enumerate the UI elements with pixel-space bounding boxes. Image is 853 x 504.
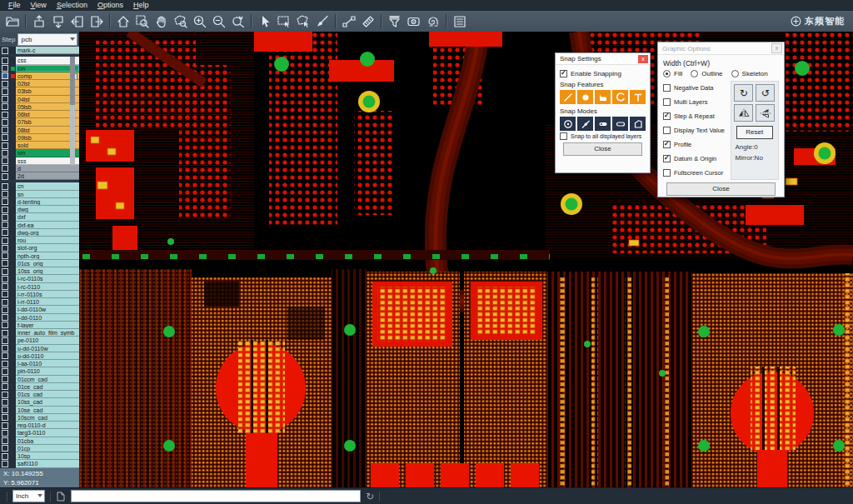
snap-pad-button[interactable] — [577, 90, 593, 104]
import-button[interactable] — [29, 12, 48, 30]
layer-row-10sp[interactable]: 10sp — [0, 452, 79, 460]
checkbox-fullscreen-cursor[interactable]: Fullscreen Cursor — [663, 166, 729, 180]
layer-row-01cs_orig[interactable]: 01cs_orig — [0, 260, 79, 267]
layer-visibility-checkbox[interactable] — [0, 283, 10, 291]
checkbox-profile[interactable]: Profile — [663, 137, 729, 152]
layer-visibility-checkbox[interactable] — [0, 191, 10, 198]
layer-visibility-checkbox[interactable] — [0, 298, 10, 306]
layer-row-01cs_cad[interactable]: 01cs_cad — [0, 391, 79, 398]
rotate-cw-button[interactable]: ↻ — [734, 84, 753, 102]
checkbox-multi-layers[interactable]: Multi Layers — [663, 95, 729, 109]
layer-visibility-checkbox[interactable] — [0, 244, 10, 252]
snap-arc-button[interactable] — [612, 90, 628, 104]
layer-row-saf0110[interactable]: saf0110 — [0, 460, 79, 467]
layer-visibility-checkbox[interactable] — [0, 345, 10, 352]
close-icon[interactable]: x — [771, 43, 782, 53]
layer-visibility-checkbox[interactable] — [0, 87, 10, 95]
layer-row-targ3-0110[interactable]: targ3-0110 — [0, 429, 79, 437]
layer-row-i-rr-0110s[interactable]: i-rr-0110s — [0, 291, 79, 298]
page-right-button[interactable] — [87, 12, 106, 30]
mirror-v-button[interactable] — [756, 104, 775, 122]
checkbox-negative-data[interactable]: Negative Data — [663, 81, 729, 95]
layer-row-sss[interactable]: sss — [0, 157, 79, 165]
snap-surface-button[interactable] — [595, 90, 611, 104]
layer-visibility-checkbox[interactable] — [0, 229, 10, 237]
layer-row-comp[interactable]: comp — [0, 72, 79, 80]
graphic-options-titlebar[interactable]: Graphic Options x — [658, 42, 784, 55]
layer-row-10ss_orig[interactable]: 10ss_orig — [0, 267, 79, 275]
select-poly-button[interactable] — [293, 12, 312, 30]
layer-visibility-checkbox[interactable] — [0, 460, 10, 467]
brush-button[interactable] — [312, 12, 332, 30]
layer-row-10scm_cad[interactable]: 10scm_cad — [0, 414, 79, 422]
layer-row-06lst[interactable]: 06lst — [0, 111, 79, 118]
zoom-reset-button[interactable] — [228, 12, 247, 30]
layer-visibility-checkbox[interactable] — [0, 383, 10, 391]
layer-row-01cba[interactable]: 01cba — [0, 437, 79, 445]
menu-item-file[interactable]: File — [3, 0, 26, 11]
layer-visibility-checkbox[interactable] — [0, 407, 10, 414]
mirror-h-button[interactable] — [734, 104, 753, 122]
menu-item-selection[interactable]: Selection — [52, 0, 92, 11]
layer-row-05lsb[interactable]: 05lsb — [0, 103, 79, 111]
layer-visibility-checkbox[interactable] — [0, 57, 10, 64]
home-button[interactable] — [113, 12, 132, 30]
step-dropdown[interactable]: pcb — [17, 33, 77, 46]
layer-row-pin-0110[interactable]: pin-0110 — [0, 367, 79, 375]
layer-visibility-checkbox[interactable] — [0, 213, 10, 221]
zoom-in-button[interactable] — [190, 12, 209, 30]
layer-row-cn[interactable]: cn — [0, 182, 79, 190]
new-page-icon[interactable] — [56, 492, 66, 502]
layer-visibility-checkbox[interactable] — [0, 367, 10, 375]
layer-visibility-checkbox[interactable] — [0, 445, 10, 452]
layer-visibility-checkbox[interactable] — [0, 322, 10, 329]
layer-row-10se_cad[interactable]: 10se_cad — [0, 407, 79, 414]
layer-row-sold[interactable]: sold — [0, 142, 79, 149]
layer-visibility-checkbox[interactable] — [0, 103, 10, 111]
zoom-poly-button[interactable] — [171, 12, 190, 30]
graphic-close-button[interactable]: Close — [666, 182, 776, 196]
layer-visibility-checkbox[interactable] — [0, 422, 10, 429]
checkbox-datum-origin[interactable]: Datum & Origin — [663, 152, 729, 166]
zoom-out-button[interactable] — [209, 12, 228, 30]
reset-button[interactable]: Reset — [736, 126, 773, 139]
layer-row-cm[interactable]: cm — [0, 65, 79, 72]
layer-row-dwg-org[interactable]: dwg-org — [0, 229, 79, 237]
layer-row-i-dd-0110[interactable]: i-dd-0110 — [0, 314, 79, 322]
snap-line-button[interactable] — [560, 90, 576, 104]
layer-row-2d[interactable]: 2d — [0, 172, 79, 180]
layer-row-dxf[interactable]: dxf — [0, 213, 79, 221]
snap-all-layers-checkbox[interactable]: Snap to all displayed layers — [560, 132, 646, 140]
layer-visibility-checkbox[interactable] — [0, 47, 10, 54]
layer-visibility-checkbox[interactable] — [0, 149, 10, 157]
layer-row-08lst[interactable]: 08lst — [0, 127, 79, 134]
layer-visibility-checkbox[interactable] — [0, 267, 10, 275]
snap-text-button[interactable] — [630, 90, 646, 104]
mode-slot-outline-button[interactable] — [612, 117, 628, 131]
layer-row-mark-c[interactable]: mark-c — [0, 47, 79, 54]
layer-visibility-checkbox[interactable] — [0, 391, 10, 398]
layer-row-u-dd-0110[interactable]: u-dd-0110 — [0, 352, 79, 360]
layer-visibility-checkbox[interactable] — [0, 134, 10, 142]
checkbox-step-repeat[interactable]: Step & Repeat — [663, 109, 729, 123]
layer-row-inner_auto_film_symb[interactable]: inner_auto_film_symb — [0, 329, 79, 337]
layer-row-01cp[interactable]: 01cp — [0, 445, 79, 452]
layer-visibility-checkbox[interactable] — [0, 437, 10, 445]
layer-row-02lst[interactable]: 02lst — [0, 80, 79, 87]
select-rect-button[interactable] — [274, 12, 293, 30]
layer-row-01ccm_cad[interactable]: 01ccm_cad — [0, 376, 79, 383]
layer-visibility-checkbox[interactable] — [0, 452, 10, 460]
layer-visibility-checkbox[interactable] — [0, 306, 10, 313]
layer-row-reg-0110-d[interactable]: reg-0110-d — [0, 422, 79, 429]
menu-item-help[interactable]: Help — [128, 0, 154, 11]
layer-row-i-rc-0110[interactable]: i-rc-0110 — [0, 283, 79, 291]
snap-settings-titlebar[interactable]: Snap Settings x — [556, 53, 650, 65]
layer-visibility-checkbox[interactable] — [0, 398, 10, 406]
snap-close-button[interactable]: Close — [563, 142, 642, 156]
layer-visibility-checkbox[interactable] — [0, 352, 10, 360]
layer-visibility-checkbox[interactable] — [0, 118, 10, 126]
mode-on-line-button[interactable] — [577, 117, 593, 131]
layer-row-slot-org[interactable]: slot-org — [0, 244, 79, 252]
enable-snapping-checkbox[interactable]: Enable Snapping — [560, 70, 646, 77]
layer-visibility-checkbox[interactable] — [0, 72, 10, 80]
